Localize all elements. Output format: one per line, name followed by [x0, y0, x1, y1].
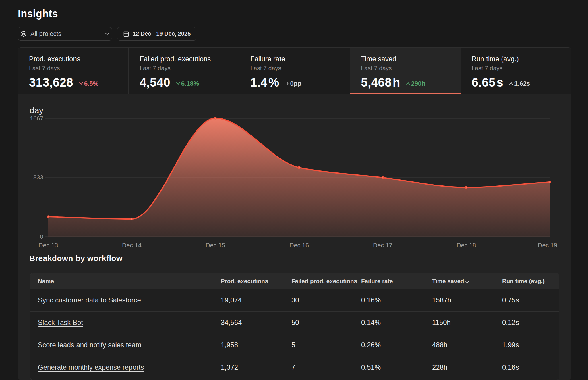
svg-text:833: 833 [33, 174, 43, 181]
svg-text:Dec 15: Dec 15 [206, 242, 225, 249]
svg-text:0: 0 [40, 233, 43, 240]
svg-text:Dec 17: Dec 17 [373, 242, 392, 249]
svg-text:Dec 14: Dec 14 [122, 242, 142, 249]
svg-text:Dec 18: Dec 18 [457, 242, 476, 249]
svg-text:Dec 16: Dec 16 [289, 242, 309, 249]
svg-text:1667: 1667 [30, 115, 43, 122]
svg-text:Dec 19: Dec 19 [538, 242, 557, 249]
svg-text:Dec 13: Dec 13 [38, 242, 58, 249]
svg-text:day: day [30, 105, 43, 115]
